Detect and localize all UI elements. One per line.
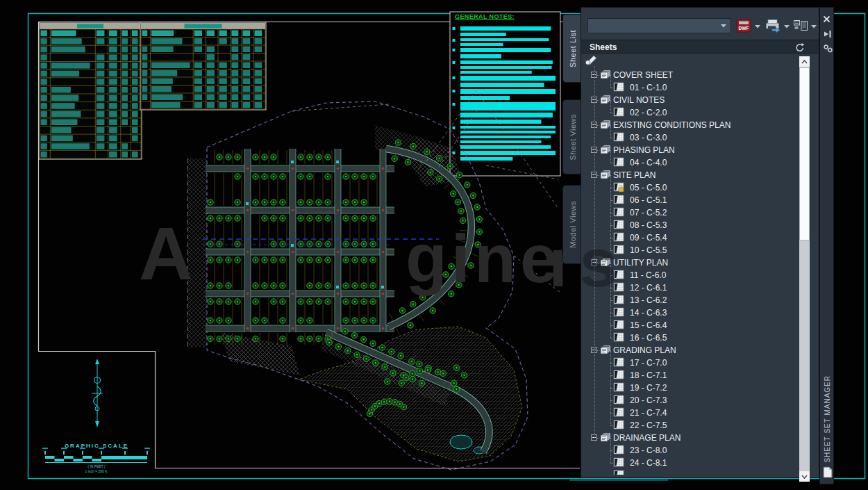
sheet-selections-button[interactable]: [792, 17, 809, 34]
sheet-row-clipped[interactable]: [581, 469, 803, 475]
sheet-row[interactable]: 08 - C-5.3: [581, 219, 803, 231]
group-label: UTILITY PLAN: [613, 258, 668, 268]
publish-dwf-dropdown-icon[interactable]: [753, 23, 762, 30]
sheet-label: 20 - C-7.3: [630, 395, 667, 405]
sheet-row[interactable]: 01 - C-1.0: [581, 81, 803, 94]
sheet-paper-icon: [822, 466, 833, 481]
sheet-label: 09 - C-5.4: [630, 233, 667, 243]
sheet-row[interactable]: 02 - C-2.0: [581, 106, 803, 119]
sheet-row[interactable]: 15 - C-6.4: [581, 319, 803, 332]
sheet-row[interactable]: 23 - C-8.0: [581, 444, 803, 457]
group-label: COVER SHEET: [613, 70, 673, 80]
palette-bottom-edge: [569, 479, 668, 481]
sheet-label: 22 - C-7.5: [630, 420, 667, 430]
sheet-label: 12 - C-6.1: [630, 283, 667, 293]
tab-sheet-list-label: Sheet List: [569, 30, 577, 67]
palette-toolbar: DWF: [581, 15, 819, 40]
tree-guide-line: [610, 100, 611, 113]
tab-sheet-views[interactable]: Sheet Views: [562, 99, 582, 174]
close-icon[interactable]: [823, 13, 832, 22]
group-label: DRAINAGE PLAN: [613, 433, 681, 443]
tab-sheet-list[interactable]: Sheet List: [562, 14, 582, 83]
sheet-label: 07 - C-5.2: [630, 208, 667, 218]
group-label: CIVIL NOTES: [613, 95, 665, 105]
sheet-group-row[interactable]: COVER SHEET: [581, 69, 803, 81]
sheet-row[interactable]: 04 - C-4.0: [581, 156, 803, 169]
sheet-tree: COVER SHEET01 - C-1.0CIVIL NOTES02 - C-2…: [581, 54, 819, 475]
group-label: SITE PLAN: [613, 170, 656, 180]
sheet-row[interactable]: 18 - C-7.1: [581, 369, 803, 382]
sheet-row[interactable]: 24 - C-8.1: [581, 457, 803, 469]
tree-scrollbar[interactable]: [799, 56, 810, 482]
sheet-row[interactable]: 20 - C-7.3: [581, 394, 803, 407]
sheet-label: 17 - C-7.0: [630, 358, 667, 368]
sheet-label: 24 - C-8.1: [630, 458, 667, 468]
sheet-row[interactable]: 09 - C-5.4: [581, 231, 803, 244]
sheet-group-row[interactable]: SITE PLAN: [581, 169, 803, 181]
sheet-group-row[interactable]: DRAINAGE PLAN: [581, 432, 803, 444]
scroll-up-button[interactable]: [799, 56, 810, 67]
sheet-set-root-node[interactable]: [584, 54, 599, 69]
sheet-selections-dropdown-icon[interactable]: [810, 23, 818, 30]
publish-print-dropdown-icon[interactable]: [783, 23, 791, 30]
sheet-group-row[interactable]: UTILITY PLAN: [581, 256, 803, 269]
graphic-scale-bar: [42, 448, 150, 463]
sheets-header-title: Sheets: [590, 42, 617, 52]
scrollbar-thumb[interactable]: [799, 67, 810, 240]
publish-dwf-button[interactable]: DWF: [735, 17, 753, 34]
sheet-label: 02 - C-2.0: [630, 108, 667, 117]
sheet-label: 03 - C-3.0: [630, 133, 667, 142]
sheet-group-row[interactable]: PHASING PLAN: [581, 144, 803, 156]
tree-guide-line: [594, 66, 595, 438]
group-label: EXISTING CONDITIONS PLAN: [613, 120, 731, 130]
sheet-label: 13 - C-6.2: [630, 295, 667, 305]
north-arrow: [92, 359, 103, 427]
sheet-label: 08 - C-5.3: [630, 220, 667, 230]
tree-guide-line: [610, 438, 611, 463]
sheet-row[interactable]: 11 - C-6.0: [581, 269, 803, 281]
sheet-row[interactable]: 03 - C-3.0: [581, 131, 803, 144]
sheet-label: 23 - C-8.0: [630, 446, 667, 455]
sheet-row[interactable]: 17 - C-7.0: [581, 357, 803, 369]
sheet-row[interactable]: 14 - C-6.3: [581, 307, 803, 319]
tree-guide-line: [610, 75, 611, 88]
scroll-down-button[interactable]: [799, 471, 810, 482]
tab-sheet-views-label: Sheet Views: [569, 114, 577, 160]
sheet-group-row[interactable]: CIVIL NOTES: [581, 94, 803, 106]
sheet-label: 10 - C-5.5: [630, 245, 667, 255]
sheet-set-combobox[interactable]: [587, 18, 731, 33]
publish-print-button[interactable]: [763, 17, 782, 34]
sheet-label: 15 - C-6.4: [630, 320, 667, 330]
auto-hide-pin-icon[interactable]: [823, 28, 832, 38]
tree-guide-line: [610, 263, 611, 338]
palette-title-vertical: SHEET SET MANAGER: [824, 375, 831, 463]
properties-gear-icon[interactable]: [823, 44, 832, 53]
sheet-row[interactable]: 10 - C-5.5: [581, 244, 803, 256]
publish-print-icon: [765, 19, 781, 33]
sheet-row[interactable]: 07 - C-5.2: [581, 206, 803, 219]
sheet-label: 11 - C-6.0: [630, 270, 666, 280]
sheet-group-row[interactable]: GRADING PLAN: [581, 344, 803, 357]
sheet-row[interactable]: 05 - C-5.0: [581, 181, 803, 194]
sheet-row[interactable]: 12 - C-6.1: [581, 281, 803, 294]
sheet-row[interactable]: 06 - C-5.1: [581, 194, 803, 206]
sheet-label: 14 - C-6.3: [630, 308, 667, 318]
tree-guide-line: [610, 125, 611, 138]
sheet-row[interactable]: 13 - C-6.2: [581, 294, 803, 307]
palette-title-strip: SHEET SET MANAGER: [819, 7, 834, 484]
tab-model-views-label: Model Views: [569, 201, 577, 248]
sheet-label: 05 - C-5.0: [630, 183, 667, 193]
sheet-row[interactable]: 21 - C-7.4: [581, 407, 803, 419]
publish-dwf-icon: DWF: [736, 19, 751, 33]
tree-guide-line: [610, 175, 611, 250]
sheet-set-manager-palette: DWF: [581, 7, 819, 478]
svg-text:DWF: DWF: [739, 26, 749, 31]
sheet-row[interactable]: 19 - C-7.2: [581, 382, 803, 394]
sheet-group-row[interactable]: EXISTING CONDITIONS PLAN: [581, 119, 803, 131]
sheet-label: 06 - C-5.1: [630, 195, 667, 205]
sheet-label: 01 - C-1.0: [630, 83, 667, 92]
sheet-row[interactable]: 22 - C-7.5: [581, 419, 803, 432]
combobox-dropdown-icon[interactable]: [718, 20, 729, 31]
sheet-row[interactable]: 16 - C-6.5: [581, 332, 803, 344]
tab-model-views[interactable]: Model Views: [562, 185, 582, 264]
